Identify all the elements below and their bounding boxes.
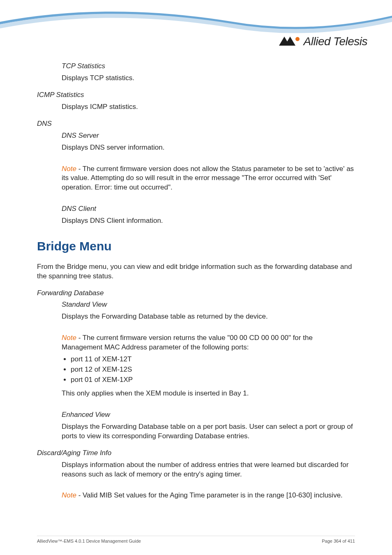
list-item: port 12 of XEM-12S	[71, 365, 355, 375]
header-swoosh	[0, 0, 392, 62]
fdb-enhanced-view-body: Displays the Forwarding Database table o…	[62, 422, 355, 441]
list-item: port 11 of XEM-12T	[71, 355, 355, 364]
discard-aging-body: Displays information about the number of…	[37, 460, 355, 479]
tcp-statistics-block: TCP Statistics Displays TCP statistics.	[37, 62, 355, 83]
fdb-title: Forwarding Database	[37, 289, 355, 298]
list-item: port 01 of XEM-1XP	[71, 375, 355, 385]
note-label: Note	[62, 165, 76, 173]
discard-aging-title: Discard/Aging Time Info	[37, 449, 355, 458]
fdb-enhanced-view-title: Enhanced View	[62, 410, 355, 420]
note-label: Note	[62, 491, 76, 499]
icmp-statistics-body: Displays ICMP statistics.	[37, 102, 355, 112]
dns-block: DNS DNS Server Displays DNS server infor…	[37, 119, 355, 226]
dns-note: Note - The current firmware version does…	[62, 164, 355, 193]
fdb-note-body: - The current firmware version returns t…	[62, 334, 313, 351]
dns-title: DNS	[37, 119, 355, 129]
logo-text: Allied Telesis	[304, 35, 367, 48]
footer-right: Page 364 of 411	[322, 539, 355, 543]
page-header: Allied Telesis	[0, 0, 392, 62]
bridge-intro: From the Bridge menu, you can view and e…	[37, 262, 355, 281]
dns-server-title: DNS Server	[62, 131, 355, 141]
svg-point-2	[295, 37, 300, 41]
discard-aging-block: Discard/Aging Time Info Displays informa…	[37, 449, 355, 501]
tcp-statistics-title: TCP Statistics	[62, 62, 355, 71]
fdb-standard-view-body: Displays the Forwarding Database table a…	[62, 312, 355, 321]
page-footer: AlliedView™-EMS 4.0.1 Device Management …	[37, 536, 355, 543]
forwarding-database-block: Forwarding Database Standard View Displa…	[37, 289, 355, 441]
discard-aging-note: Note - Valid MIB Set values for the Agin…	[62, 491, 355, 500]
tcp-statistics-body: Displays TCP statistics.	[62, 74, 355, 83]
page-content: TCP Statistics Displays TCP statistics. …	[0, 62, 392, 524]
icmp-statistics-title: ICMP Statistics	[37, 90, 355, 100]
note-label: Note	[62, 334, 76, 342]
dns-note-body: - The current firmware version does not …	[62, 165, 354, 192]
fdb-standard-view-title: Standard View	[62, 300, 355, 310]
footer-left: AlliedView™-EMS 4.0.1 Device Management …	[37, 539, 141, 543]
icmp-statistics-block: ICMP Statistics Displays ICMP statistics…	[37, 90, 355, 112]
fdb-after-bullets: This only applies when the XEM module is…	[37, 389, 355, 398]
dns-server-body: Displays DNS server information.	[62, 143, 355, 153]
dns-client-body: Displays DNS Client information.	[62, 216, 355, 226]
brand-logo: Allied Telesis	[279, 35, 367, 48]
dns-client-title: DNS Client	[62, 204, 355, 214]
logo-mark-icon	[279, 36, 301, 47]
bridge-menu-heading: Bridge Menu	[37, 238, 355, 255]
fdb-note: Note - The current firmware version retu…	[62, 333, 355, 352]
discard-aging-note-body: - Valid MIB Set values for the Aging Tim…	[76, 491, 343, 499]
fdb-ports-list: port 11 of XEM-12T port 12 of XEM-12S po…	[37, 355, 355, 385]
